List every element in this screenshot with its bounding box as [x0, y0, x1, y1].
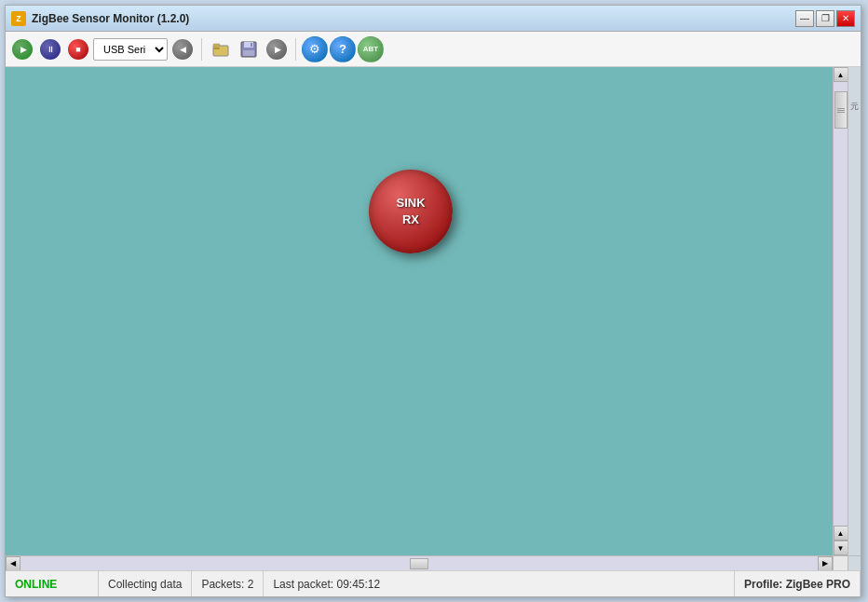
back-button[interactable]: ◀: [170, 36, 196, 62]
about-button[interactable]: ABT: [358, 36, 384, 62]
scroll-right-button[interactable]: ▶: [818, 556, 833, 571]
online-text: ONLINE: [15, 578, 57, 591]
restore-button[interactable]: ❐: [816, 10, 834, 27]
horizontal-scrollbar: ◀ ▶: [6, 555, 861, 570]
pause-button[interactable]: ⏸: [37, 36, 63, 62]
status-profile: Profile: ZigBee PRO: [735, 571, 861, 596]
svg-rect-5: [243, 50, 254, 56]
help-button[interactable]: ?: [330, 36, 356, 62]
vertical-scrollbar: ▲ ▲ ▼: [833, 67, 848, 555]
network-canvas[interactable]: SINK RX: [6, 67, 833, 555]
toolbar: ▶ ⏸ ■ USB Seri ◀: [6, 32, 861, 67]
scroll-left-button[interactable]: ◀: [6, 556, 20, 571]
status-collecting: Collecting data: [99, 571, 192, 596]
open-button[interactable]: [208, 36, 234, 62]
about-icon: ABT: [363, 45, 378, 53]
play-button[interactable]: ▶: [9, 36, 35, 62]
profile-text: Profile: ZigBee PRO: [744, 578, 850, 591]
separator-1: [201, 38, 202, 61]
scroll-down-button-bottom[interactable]: ▼: [834, 540, 848, 555]
sink-label-line1: SINK: [396, 195, 425, 212]
separator-2: [295, 38, 296, 61]
sink-node[interactable]: SINK RX: [369, 170, 453, 253]
status-packets: Packets: 2: [192, 571, 264, 596]
svg-rect-0: [213, 46, 228, 56]
run-button[interactable]: ▶: [264, 36, 290, 62]
stop-button[interactable]: ■: [65, 36, 91, 62]
collecting-text: Collecting data: [108, 578, 182, 591]
sink-circle[interactable]: SINK RX: [369, 170, 453, 253]
scroll-down-button-top[interactable]: ▲: [834, 526, 848, 540]
window-controls: — ❐ ✕: [795, 10, 855, 27]
settings-button[interactable]: ⚙: [302, 36, 328, 62]
scroll-corner: [833, 556, 848, 571]
stop-circle: ■: [68, 39, 88, 60]
run-circle: ▶: [266, 39, 287, 60]
svg-rect-1: [213, 48, 220, 49]
scroll-grip: [837, 108, 845, 114]
gear-icon: ⚙: [309, 42, 320, 56]
status-bar: ONLINE Collecting data Packets: 2 Last p…: [6, 570, 861, 596]
status-last-packet: Last packet: 09:45:12: [264, 571, 735, 596]
scroll-corner-right: [848, 556, 861, 571]
scroll-thumb-h[interactable]: [410, 558, 428, 569]
open-folder-icon: [212, 42, 229, 57]
pause-circle: ⏸: [40, 39, 61, 60]
app-icon: Z: [11, 11, 26, 26]
scroll-track-v[interactable]: [834, 82, 848, 526]
main-window: Z ZigBee Sensor Monitor (1.2.0) — ❐ ✕ ▶ …: [5, 5, 861, 597]
save-button[interactable]: [236, 36, 262, 62]
svg-rect-6: [251, 43, 252, 47]
minimize-button[interactable]: —: [795, 10, 814, 27]
help-icon: ?: [339, 42, 346, 56]
scroll-thumb-v[interactable]: [834, 91, 848, 129]
content-area: SINK RX ▲ ▲ ▼ 元: [6, 67, 861, 555]
close-button[interactable]: ✕: [836, 10, 855, 27]
back-circle: ◀: [172, 39, 193, 60]
port-dropdown[interactable]: USB Seri: [93, 38, 168, 61]
svg-rect-2: [213, 44, 220, 47]
packets-text: Packets: 2: [201, 578, 253, 591]
title-bar: Z ZigBee Sensor Monitor (1.2.0) — ❐ ✕: [6, 6, 861, 32]
play-circle: ▶: [12, 39, 33, 60]
last-packet-text: Last packet: 09:45:12: [273, 578, 380, 591]
window-title: ZigBee Sensor Monitor (1.2.0): [32, 12, 795, 25]
scroll-track-h[interactable]: [20, 556, 818, 570]
scroll-up-button[interactable]: ▲: [834, 67, 848, 82]
side-panel: 元: [848, 67, 861, 555]
sink-label-line2: RX: [402, 212, 419, 228]
status-online: ONLINE: [6, 571, 99, 596]
save-icon: [240, 41, 257, 58]
